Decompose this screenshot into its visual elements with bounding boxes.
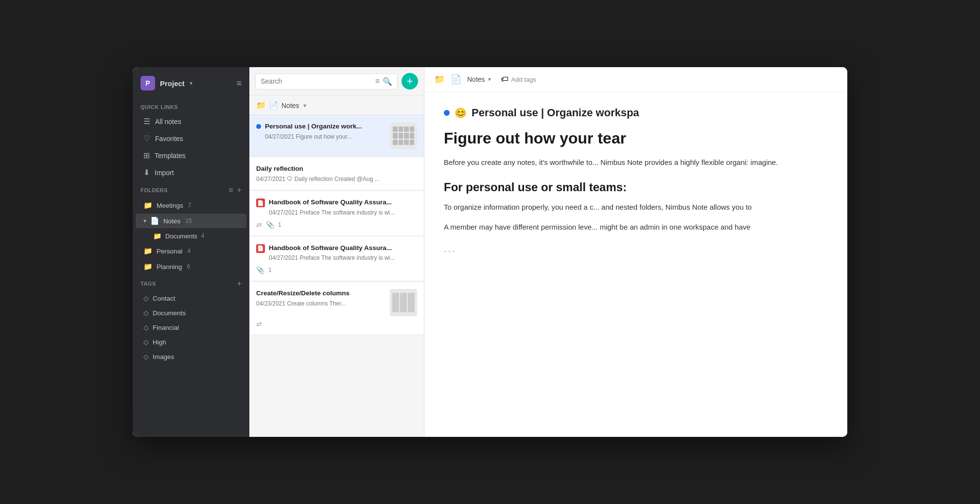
note-item-1[interactable]: Personal use | Organize work... 04/27/20… (249, 115, 424, 157)
note-item-top: Create/Resize/Delete columns 04/23/2021 … (256, 289, 417, 316)
folder-count: 15 (185, 217, 192, 224)
notes-folder-name: Notes (281, 102, 299, 109)
filter-button[interactable]: ≡ (375, 77, 380, 86)
folder-label: Planning (157, 263, 182, 270)
sidebar-item-all-notes[interactable]: ☰ All notes (136, 113, 246, 129)
toolbar-note-icon[interactable]: 📄 (451, 74, 461, 85)
grid-cell (410, 140, 415, 145)
add-folder-icon[interactable]: + (237, 186, 242, 195)
main-body: 😊 Personal use | Organize workspa Figure… (424, 92, 847, 437)
sidebar-menu-icon[interactable]: ≡ (236, 78, 242, 89)
note-thumbnail-5 (390, 289, 417, 316)
tag-item-documents[interactable]: ◇ Documents (136, 306, 246, 320)
grid-cell (410, 133, 415, 138)
sort-folders-icon[interactable]: ≡ (228, 186, 233, 195)
folder-item-personal[interactable]: 📁 Personal 4 (136, 244, 246, 258)
add-note-button[interactable]: + (402, 73, 418, 90)
workspace-info[interactable]: P Project ▾ (140, 76, 192, 90)
sidebar-item-favorites[interactable]: ♡ Favorites (136, 130, 246, 146)
notes-folder-icon: 📄 (150, 216, 159, 225)
tag-label: Contact (153, 295, 175, 302)
note-item-5[interactable]: Create/Resize/Delete columns 04/23/2021 … (249, 282, 424, 335)
attach-count: 1 (268, 267, 272, 273)
folders-section-header: Folders ≡ + (133, 181, 249, 198)
app-window: P Project ▾ ≡ Quick Links ☰ All notes ♡ … (133, 67, 847, 437)
note-text: Figure out how your... (296, 133, 351, 140)
note-title: Daily reflection (256, 164, 380, 173)
folders-actions: ≡ + (228, 186, 242, 195)
breadcrumb-chevron-icon: ▾ (488, 76, 491, 83)
folder-count: 6 (187, 263, 191, 270)
folder-item-notes[interactable]: ▾ 📄 Notes 15 (136, 214, 246, 228)
note-paragraph-1: Before you create any notes, it's worthw… (444, 156, 828, 169)
main-toolbar: 📁 📄 Notes ▾ 🏷 Add tags (424, 67, 847, 92)
folder-count: 7 (188, 202, 192, 209)
note-item-left: Personal use | Organize work... 04/27/20… (256, 122, 386, 141)
tag-icon: ◇ (143, 353, 149, 360)
tag-item-images[interactable]: ◇ Images (136, 350, 246, 363)
tag-label: Financial (153, 324, 179, 331)
workspace-name: Project (160, 79, 185, 88)
folder-icon: 📁 (143, 201, 153, 210)
add-tags-button[interactable]: Add tags (511, 76, 536, 83)
note-paragraph-2: To organize information properly, you ne… (444, 201, 828, 214)
tags-section-header: Tags + (133, 274, 249, 291)
note-main-title: Personal use | Organize workspa (472, 107, 639, 119)
sidebar-item-import[interactable]: ⬇ Import (136, 164, 246, 180)
tag-label: Documents (153, 309, 186, 317)
note-title: Personal use | Organize work... (265, 122, 362, 131)
notes-folder-doc-icon: 📄 (269, 101, 279, 110)
search-input[interactable] (261, 77, 372, 85)
folder-collapse-icon: ▾ (143, 217, 146, 224)
folder-item-planning[interactable]: 📁 Planning 6 (136, 259, 246, 274)
grid-cell (393, 140, 398, 145)
folders-label: Folders (140, 187, 168, 193)
folder-item-documents[interactable]: 📁 Documents 4 (136, 229, 246, 243)
toolbar-folder-icon[interactable]: 📁 (434, 74, 445, 85)
folder-label: Meetings (157, 202, 183, 209)
note-red-icon: 📄 (256, 198, 265, 207)
attach-icon: 📎 (256, 266, 264, 274)
note-red-icon: 📄 (256, 244, 265, 253)
tag-icon: 🏷 (501, 75, 508, 84)
tag-item-high[interactable]: ◇ High (136, 335, 246, 349)
folder-label: Personal (157, 248, 182, 255)
note-preview: 04/27/2021 🗨 Daily reflection Created @A… (256, 175, 380, 183)
notes-folder-header: 📁 📄 Notes ▾ (249, 96, 424, 115)
folder-item-meetings[interactable]: 📁 Meetings 7 (136, 198, 246, 213)
note-date: 04/27/2021 (269, 209, 298, 216)
note-text: Create columns Ther... (287, 300, 346, 307)
note-preview: 04/27/2021 Preface The software industry… (269, 254, 395, 262)
search-icon-button[interactable]: 🔍 (383, 77, 392, 86)
tag-icon: ◇ (143, 338, 149, 346)
note-item-2[interactable]: Daily reflection 04/27/2021 🗨 Daily refl… (249, 158, 424, 190)
sidebar-item-templates[interactable]: ⊞ Templates (136, 147, 246, 163)
note-ellipsis: ... (444, 243, 828, 254)
note-item-3[interactable]: 📄 Handbook of Software Quality Assura...… (249, 191, 424, 235)
tag-icon: ◇ (143, 324, 149, 331)
tag-item-contact[interactable]: ◇ Contact (136, 291, 246, 305)
notes-folder-chevron-icon: ▾ (303, 102, 306, 109)
favorites-icon: ♡ (143, 134, 150, 143)
note-item-top: Daily reflection 04/27/2021 🗨 Daily refl… (256, 164, 417, 183)
svg-rect-1 (400, 293, 407, 312)
grid-cell (404, 133, 409, 138)
add-tag-icon[interactable]: + (237, 279, 242, 288)
column-preview-svg (391, 290, 416, 315)
sidebar-item-label: Import (155, 169, 174, 177)
tag-item-financial[interactable]: ◇ Financial (136, 321, 246, 334)
toolbar-breadcrumb: Notes ▾ (467, 75, 491, 83)
search-input-wrapper[interactable]: ≡ 🔍 (255, 73, 398, 90)
note-item-top: 📄 Handbook of Software Quality Assura...… (256, 198, 417, 216)
note-text: Preface The software industry is wi... (299, 254, 395, 261)
tags-label: Tags (140, 281, 156, 287)
search-bar: ≡ 🔍 + (249, 67, 424, 96)
main-content: 📁 📄 Notes ▾ 🏷 Add tags 😊 Personal use | … (424, 67, 847, 437)
note-item-4[interactable]: 📄 Handbook of Software Quality Assura...… (249, 237, 424, 281)
workspace-avatar: P (140, 76, 155, 90)
sidebar-item-label: Templates (155, 152, 186, 160)
folder-icon: 📁 (143, 262, 153, 271)
note-date: 04/27/2021 (265, 133, 294, 140)
tag-label: High (153, 339, 166, 346)
attach-icon: 📎 (266, 221, 274, 229)
